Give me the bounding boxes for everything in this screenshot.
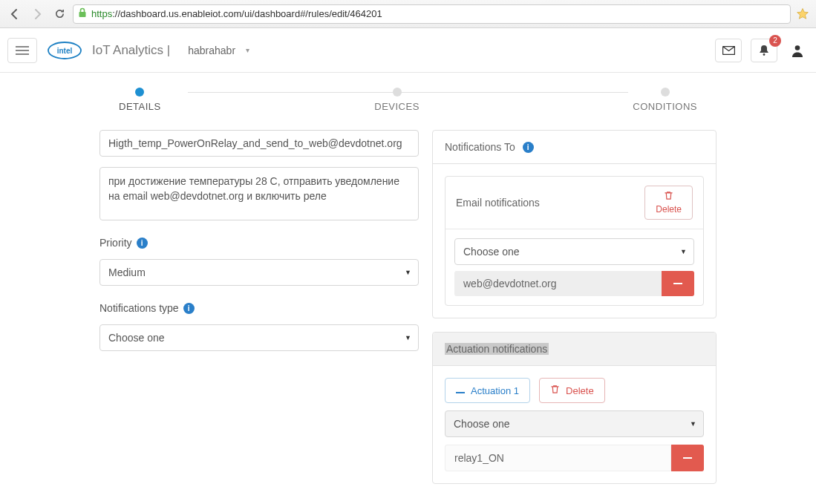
- info-icon[interactable]: i: [523, 142, 534, 153]
- actuation-target-value: relay1_ON: [445, 445, 671, 471]
- info-icon[interactable]: i: [137, 238, 148, 249]
- notification-badge: 2: [769, 35, 781, 47]
- svg-text:intel: intel: [57, 47, 73, 55]
- actuation-delete-button[interactable]: Delete: [539, 378, 605, 403]
- panel-title: Notifications To: [445, 141, 515, 153]
- email-notifications-card: Email notifications Delete Choose one: [445, 176, 704, 306]
- actuation-target-chip: relay1_ON: [445, 445, 704, 471]
- delete-label: Delete: [656, 204, 682, 215]
- actuation-toggle-button[interactable]: Actuation 1: [445, 378, 530, 403]
- actuation-choose-select[interactable]: Choose one: [445, 410, 704, 437]
- svg-rect-8: [683, 457, 692, 459]
- step-devices[interactable]: DEVICES: [374, 88, 420, 112]
- brand-title: IoT Analytics |: [92, 43, 170, 58]
- notifications-type-label-row: Notifications type i: [99, 302, 419, 314]
- step-dot-icon: [135, 88, 144, 96]
- priority-label: Priority: [99, 237, 132, 249]
- remove-actuation-button[interactable]: [671, 445, 704, 471]
- svg-point-5: [795, 45, 800, 50]
- email-delete-button[interactable]: Delete: [644, 186, 693, 220]
- url-text: https://dashboard.us.enableiot.com/ui/da…: [91, 8, 382, 19]
- notifications-to-panel: Notifications To i Email notifications D…: [432, 130, 717, 318]
- address-bar[interactable]: https://dashboard.us.enableiot.com/ui/da…: [73, 4, 791, 24]
- mail-button[interactable]: [715, 39, 742, 62]
- step-dot-icon: [393, 88, 402, 96]
- notifications-type-select[interactable]: Choose one: [99, 324, 419, 351]
- step-conditions[interactable]: CONDITIONS: [633, 88, 697, 112]
- step-dot-icon: [661, 88, 670, 96]
- wizard-stepper: DETAILS DEVICES CONDITIONS: [119, 88, 697, 112]
- step-label: CONDITIONS: [633, 101, 697, 112]
- email-recipient-value: web@devdotnet.org: [454, 271, 662, 296]
- email-notifications-title: Email notifications: [456, 197, 540, 209]
- delete-label: Delete: [566, 385, 594, 396]
- back-button[interactable]: [6, 5, 24, 23]
- svg-rect-6: [673, 283, 682, 284]
- browser-toolbar: https://dashboard.us.enableiot.com/ui/da…: [0, 0, 816, 28]
- actuation-heading: Actuation notifications: [433, 333, 716, 366]
- actuation-notifications-panel: Actuation notifications Actuation 1 De: [432, 332, 717, 484]
- priority-label-row: Priority i: [99, 237, 419, 249]
- step-details[interactable]: DETAILS: [119, 88, 161, 112]
- svg-rect-0: [79, 12, 86, 17]
- actuation-button-row: Actuation 1 Delete: [445, 378, 704, 403]
- rule-name-input[interactable]: [99, 130, 419, 157]
- forward-button[interactable]: [28, 5, 46, 23]
- notifications-to-heading: Notifications To i: [433, 131, 716, 164]
- remove-email-button[interactable]: [662, 271, 694, 296]
- user-menu-button[interactable]: [786, 43, 809, 58]
- minus-icon: [456, 385, 465, 396]
- details-column: при достижение температуры 28 C, отправи…: [99, 130, 419, 497]
- email-choose-select[interactable]: Choose one: [454, 238, 694, 265]
- account-name: habrahabr: [188, 45, 235, 56]
- reload-button[interactable]: [50, 5, 68, 23]
- notifications-type-label: Notifications type: [99, 302, 179, 314]
- svg-point-4: [763, 53, 766, 56]
- menu-toggle-button[interactable]: [7, 38, 37, 63]
- rule-description-input[interactable]: при достижение температуры 28 C, отправи…: [99, 167, 419, 220]
- priority-select[interactable]: Medium: [99, 259, 419, 286]
- notifications-column: Notifications To i Email notifications D…: [432, 130, 717, 497]
- trash-icon: [664, 191, 673, 203]
- bookmark-star-icon[interactable]: [795, 7, 810, 22]
- app-header: intel IoT Analytics | habrahabr ▾ 2: [0, 28, 816, 73]
- info-icon[interactable]: i: [183, 303, 195, 314]
- trash-icon: [550, 384, 560, 396]
- intel-logo: intel: [46, 39, 83, 62]
- step-label: DETAILS: [119, 101, 161, 112]
- svg-rect-7: [456, 392, 465, 393]
- account-dropdown[interactable]: habrahabr ▾: [188, 45, 249, 56]
- actuation-btn-label: Actuation 1: [471, 385, 519, 396]
- chevron-down-icon: ▾: [246, 46, 249, 54]
- actuation-title: Actuation notifications: [445, 343, 549, 355]
- notifications-button[interactable]: 2: [751, 39, 777, 62]
- main-content: при достижение температуры 28 C, отправи…: [0, 130, 816, 504]
- lock-icon: [78, 7, 87, 20]
- step-label: DEVICES: [374, 101, 420, 112]
- email-recipient-chip: web@devdotnet.org: [454, 271, 694, 296]
